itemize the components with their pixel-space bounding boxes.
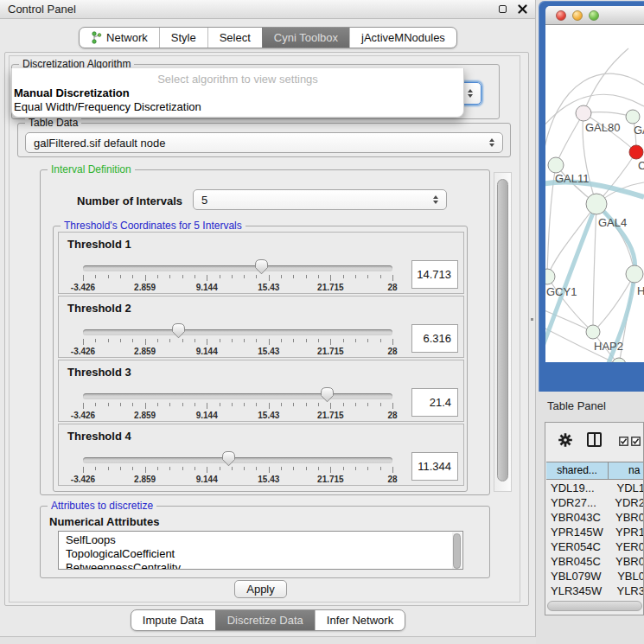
table-data-combobox[interactable]: galFiltered.sif default node <box>25 132 503 153</box>
gear-icon[interactable] <box>558 432 573 448</box>
tab-impute-data[interactable]: Impute Data <box>131 610 215 630</box>
tab-select[interactable]: Select <box>207 28 262 48</box>
cell-name[interactable]: YBR0 <box>604 510 644 525</box>
threshold-slider-thumb[interactable] <box>221 450 236 467</box>
checkbox-checked-icon[interactable] <box>631 437 641 446</box>
cell-shared-name[interactable]: YBR043C <box>546 510 604 525</box>
tab-network[interactable]: Network <box>80 28 159 48</box>
attribute-item-betweennesscentrality[interactable]: BetweennessCentrality <box>66 561 462 570</box>
cell-shared-name[interactable]: YDR27... <box>546 495 603 510</box>
threshold-slider-thumb[interactable] <box>320 386 335 403</box>
split-pane-handle[interactable] <box>530 316 534 323</box>
attribute-items: SelfLoopsTopologicalCoefficientBetweenne… <box>59 532 462 570</box>
minimize-traffic-light-icon[interactable] <box>572 10 583 21</box>
panel-scrollbar[interactable] <box>494 172 512 492</box>
network-node-gal80[interactable] <box>576 105 591 121</box>
column-settings-icon[interactable] <box>587 432 602 447</box>
tab-jactivemnodules[interactable]: jActiveMNodules <box>349 28 456 48</box>
cell-shared-name[interactable]: YDL19... <box>546 481 605 495</box>
network-edge[interactable] <box>583 48 628 113</box>
threshold-slider-track[interactable] <box>83 329 392 335</box>
numerical-attributes-list[interactable]: SelfLoopsTopologicalCoefficientBetweenne… <box>58 531 463 570</box>
cell-name[interactable]: YLR3 <box>605 583 644 598</box>
cell-name[interactable]: YPR1 <box>604 525 644 539</box>
algorithm-option-equal-width-frequency-discretization[interactable]: Equal Width/Frequency Discretization <box>12 100 463 114</box>
close-traffic-light-icon[interactable] <box>556 10 566 21</box>
float-window-icon[interactable] <box>499 5 507 13</box>
table-row[interactable]: YBR045CYBR0 <box>546 554 644 569</box>
tab-discretize-data[interactable]: Discretize Data <box>215 610 315 630</box>
table-row[interactable]: YBR043CYBR0 <box>546 510 644 525</box>
apply-button[interactable]: Apply <box>234 580 287 598</box>
threshold-box: Threshold 1 -3.4262.8599.14415.4321.7152… <box>58 232 464 294</box>
network-window-titlebar[interactable] <box>545 6 644 25</box>
attribute-item-topologicalcoefficient[interactable]: TopologicalCoefficient <box>66 547 462 561</box>
threshold-slider-thumb[interactable] <box>254 258 269 275</box>
table-row[interactable]: YPR145WYPR1 <box>546 525 644 539</box>
network-node-hap2[interactable] <box>586 325 600 339</box>
panel-scrollbar-thumb[interactable] <box>497 179 508 481</box>
checkbox-checked-icon[interactable] <box>619 437 628 446</box>
attributes-scrollbar-thumb[interactable] <box>453 533 461 569</box>
algorithm-option-manual-discretization[interactable]: Manual Discretization <box>12 86 463 100</box>
cell-name[interactable]: YER0 <box>604 539 644 554</box>
number-of-intervals-value: 5 <box>201 194 207 207</box>
cell-name[interactable]: YDR2 <box>603 495 644 510</box>
threshold-value-field[interactable]: 11.344 <box>411 452 458 481</box>
threshold-slider-track[interactable] <box>83 393 392 399</box>
bottom-tab-strip: Impute DataDiscretize DataInfer Network <box>131 609 405 631</box>
cell-name[interactable]: YBR0 <box>604 554 644 569</box>
network-node-gal11[interactable] <box>548 157 564 173</box>
threshold-slider-track[interactable] <box>83 457 392 463</box>
table-row[interactable]: YDR27...YDR2 <box>546 495 644 510</box>
cell-shared-name[interactable]: YBR045C <box>546 554 604 569</box>
table-row[interactable]: YBL079WYBL0 <box>546 569 644 583</box>
threshold-label: Threshold 2 <box>67 302 131 315</box>
table-data-value: galFiltered.sif default node <box>34 137 165 150</box>
algorithm-placeholder-option[interactable]: Select algorithm to view settings <box>12 73 463 86</box>
threshold-value-field[interactable]: 14.713 <box>411 260 458 289</box>
table-horizontal-scrollbar[interactable] <box>547 601 642 611</box>
network-node-label: GA <box>634 124 644 137</box>
interval-definition-group: Interval Definition Number of Intervals … <box>40 169 490 495</box>
threshold-box: Threshold 3 -3.4262.8599.14415.4321.7152… <box>58 360 464 422</box>
network-node-ga[interactable] <box>626 110 640 124</box>
number-of-intervals-combobox[interactable]: 5 <box>193 189 447 210</box>
cell-name[interactable]: YBL0 <box>606 569 644 583</box>
network-node-h[interactable] <box>626 265 643 283</box>
network-edge[interactable] <box>556 113 583 165</box>
table-row[interactable]: YER054CYER0 <box>546 539 644 554</box>
table-row[interactable]: YDL19...YDL1 <box>546 481 644 495</box>
cell-shared-name[interactable]: YER054C <box>546 539 604 554</box>
column-header-shared-name[interactable]: shared... <box>546 462 609 479</box>
cell-name[interactable]: YDL1 <box>605 481 644 495</box>
tab-label: Cyni Toolbox <box>274 30 338 45</box>
attributes-scrollbar[interactable] <box>452 532 462 570</box>
window-controls <box>499 4 527 14</box>
zoom-traffic-light-icon[interactable] <box>589 10 599 21</box>
tab-style[interactable]: Style <box>159 28 207 48</box>
attributes-label: Attributes to discretize <box>48 500 156 513</box>
table-row[interactable]: YLR345WYLR3 <box>546 583 644 598</box>
cell-shared-name[interactable]: YLR345W <box>546 583 605 598</box>
threshold-value-field[interactable]: 21.4 <box>411 388 458 417</box>
network-node-gcy1[interactable] <box>545 269 555 284</box>
threshold-slider-thumb[interactable] <box>171 322 186 339</box>
network-edge[interactable] <box>593 204 596 332</box>
threshold-slider-track[interactable] <box>83 265 392 271</box>
network-graph: GAL80GACGAL11GAL4GCY1HHAP2 <box>545 25 644 362</box>
network-edge-highlighted[interactable] <box>596 204 635 274</box>
algorithm-dropdown-popup: Select algorithm to view settings Manual… <box>11 68 464 118</box>
attribute-item-selfloops[interactable]: SelfLoops <box>66 533 462 547</box>
column-header-name[interactable]: na <box>609 462 644 479</box>
threshold-value-field[interactable]: 6.316 <box>411 324 458 353</box>
network-canvas[interactable]: GAL80GACGAL11GAL4GCY1HHAP2 <box>545 25 644 362</box>
tab-cyni-toolbox[interactable]: Cyni Toolbox <box>262 28 349 48</box>
network-node-c[interactable] <box>629 145 643 159</box>
combo-arrows-icon <box>433 195 438 204</box>
tab-infer-network[interactable]: Infer Network <box>315 610 405 630</box>
network-node-gal4[interactable] <box>586 194 607 214</box>
cell-shared-name[interactable]: YPR145W <box>546 525 604 539</box>
close-icon[interactable] <box>518 4 527 14</box>
cell-shared-name[interactable]: YBL079W <box>546 569 606 583</box>
